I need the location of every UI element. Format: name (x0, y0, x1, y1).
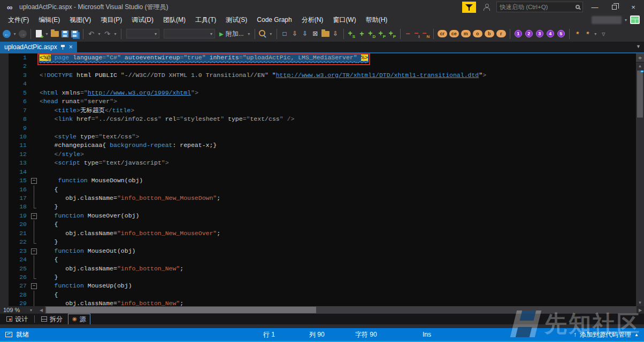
fold-margin[interactable]: − (30, 176, 40, 185)
code-line[interactable]: 5<html xmlns="http://www.w3.org/1999/xht… (0, 89, 636, 97)
breakpoint-margin[interactable] (0, 291, 9, 299)
menu-item[interactable]: 工具(T) (190, 14, 221, 26)
fold-margin[interactable] (30, 194, 40, 203)
get-latest-icon[interactable]: ⇩ (331, 28, 340, 39)
fold-margin[interactable] (30, 159, 40, 167)
collapse-icon[interactable]: − (31, 248, 37, 254)
code-line[interactable]: 6<head runat="server"> (0, 97, 636, 106)
breakpoint-margin[interactable] (0, 255, 9, 264)
collapse-icon[interactable]: − (31, 178, 37, 184)
toolbar-overflow-icon[interactable]: ▿ (599, 28, 608, 39)
code-line[interactable]: 19− function MouseOver(obj) (0, 212, 636, 220)
breakpoint-margin[interactable] (0, 176, 9, 185)
toolbar-badge-ce[interactable]: ce (449, 30, 459, 37)
dropdown-caret-icon[interactable]: ▾ (593, 32, 598, 36)
breakpoint-margin[interactable] (0, 150, 9, 159)
quick-launch-box[interactable]: 快速启动 (Ctrl+Q) (496, 2, 583, 12)
scroll-left-icon[interactable]: ◀ (37, 308, 45, 313)
menu-item[interactable]: Code Graph (252, 14, 296, 25)
minimize-button[interactable]: — (587, 1, 602, 13)
undo-icon[interactable]: ↶ (87, 28, 96, 39)
remove-item-button[interactable]: −N (422, 29, 430, 39)
remove-item-button[interactable]: −I (413, 29, 421, 39)
code-line[interactable]: 28 { (0, 291, 636, 299)
breakpoint-margin[interactable] (0, 53, 9, 62)
code-line[interactable]: 7 <title>无标题页</title> (0, 106, 636, 115)
breakpoint-margin[interactable] (0, 71, 9, 80)
attach-to-process-button[interactable]: ▶附加... (218, 29, 246, 38)
code-line[interactable]: 24 { (0, 255, 636, 264)
fold-margin[interactable] (30, 106, 40, 115)
breakpoint-margin[interactable] (0, 168, 9, 176)
breakpoint-margin[interactable] (0, 185, 9, 194)
breakpoint-margin[interactable] (0, 282, 9, 290)
remove-item-button[interactable]: − (404, 29, 412, 38)
toolbar-badge-o[interactable]: o (473, 30, 482, 37)
fold-margin[interactable] (30, 203, 40, 211)
dropdown-caret-icon[interactable]: ▾ (269, 32, 273, 36)
breakpoint-margin[interactable] (0, 220, 9, 229)
breakpoint-margin[interactable] (0, 89, 9, 97)
dropdown-caret-icon[interactable]: ▾ (44, 32, 49, 36)
toolbar-number-badge-5[interactable]: 5 (557, 30, 565, 37)
add-item-button[interactable]: +D (367, 29, 377, 39)
breakpoint-margin[interactable] (0, 159, 9, 167)
fold-margin[interactable]: − (30, 247, 40, 255)
fold-margin[interactable] (30, 150, 40, 159)
horizontal-scrollbar-track[interactable] (45, 306, 637, 314)
fold-margin[interactable] (30, 220, 40, 229)
fold-margin[interactable] (30, 255, 40, 264)
add-item-button[interactable]: + (357, 29, 366, 38)
window-layout-icon[interactable]: □ (280, 28, 289, 39)
toolbar-number-badge-4[interactable]: 4 (547, 30, 554, 37)
fold-margin[interactable] (30, 273, 40, 282)
collapse-icon[interactable]: − (31, 213, 37, 219)
send-feedback-icon[interactable] (482, 4, 490, 11)
menu-item[interactable]: 帮助(H) (361, 14, 393, 26)
toolbar-badge-m[interactable]: m (461, 30, 471, 37)
code-line[interactable]: 21 obj.className="info_botton_New_MouseO… (0, 229, 636, 238)
new-file-icon[interactable] (34, 28, 43, 39)
wand-settings-icon[interactable]: * (583, 28, 592, 39)
code-line[interactable]: 2 (0, 62, 636, 71)
code-line[interactable]: 22 } (0, 238, 636, 246)
tab-list-dropdown-icon[interactable]: ▼ (636, 44, 641, 49)
toolbar-badge-b[interactable]: b (485, 30, 494, 37)
collapse-icon[interactable]: − (31, 283, 37, 289)
breakpoint-margin[interactable] (0, 141, 9, 150)
open-file-icon[interactable] (50, 28, 59, 39)
breakpoint-margin[interactable] (0, 106, 9, 115)
wand-icon[interactable]: * (573, 28, 582, 39)
toolbar-number-badge-2[interactable]: 2 (525, 30, 533, 37)
fold-margin[interactable] (30, 71, 40, 80)
menu-item[interactable]: 文件(F) (3, 14, 34, 26)
add-to-source-control-button[interactable]: ↑ 添加到源代码管理 ▲ (573, 328, 639, 341)
breakpoint-margin[interactable] (0, 247, 9, 255)
tab-uploadactpic[interactable]: uploadActPic.aspx × (0, 42, 77, 52)
feedback-funnel-button[interactable] (462, 2, 476, 13)
code-line[interactable]: 10 <style type="text/css"> (0, 133, 636, 141)
fold-margin[interactable] (30, 299, 40, 306)
code-line[interactable]: 11 #changepicaaa{ background-repeat: rep… (0, 141, 636, 150)
menu-item[interactable]: 分析(N) (297, 14, 328, 26)
breakpoint-margin[interactable] (0, 97, 9, 106)
source-open-icon[interactable] (321, 28, 330, 39)
design-view-button[interactable]: 设计 (2, 314, 32, 325)
splitter-handle-icon[interactable]: ÷ (636, 53, 644, 63)
code-line[interactable]: 20 { (0, 220, 636, 229)
fold-margin[interactable] (30, 115, 40, 123)
code-line[interactable]: 26 } (0, 273, 636, 282)
horizontal-scrollbar-thumb[interactable] (46, 307, 316, 313)
code-editor[interactable]: 1<%@ page language="C#" autoeventwireup=… (0, 53, 636, 306)
code-line[interactable]: 15− function MouseDown(obj) (0, 176, 636, 185)
zoom-level[interactable]: 109 % (0, 307, 30, 313)
toolbar-number-badge-1[interactable]: 1 (515, 30, 522, 37)
fold-margin[interactable] (30, 168, 40, 176)
fold-margin[interactable] (30, 185, 40, 194)
fold-margin[interactable] (30, 80, 40, 88)
toolbar-badge-r[interactable]: r (496, 30, 506, 37)
code-line[interactable]: 12 </style> (0, 150, 636, 159)
split-view-button[interactable]: 拆分 (37, 314, 67, 325)
fold-margin[interactable] (30, 238, 40, 246)
code-line[interactable]: 8 <link href="../css/info2.css" rel="sty… (0, 115, 636, 123)
